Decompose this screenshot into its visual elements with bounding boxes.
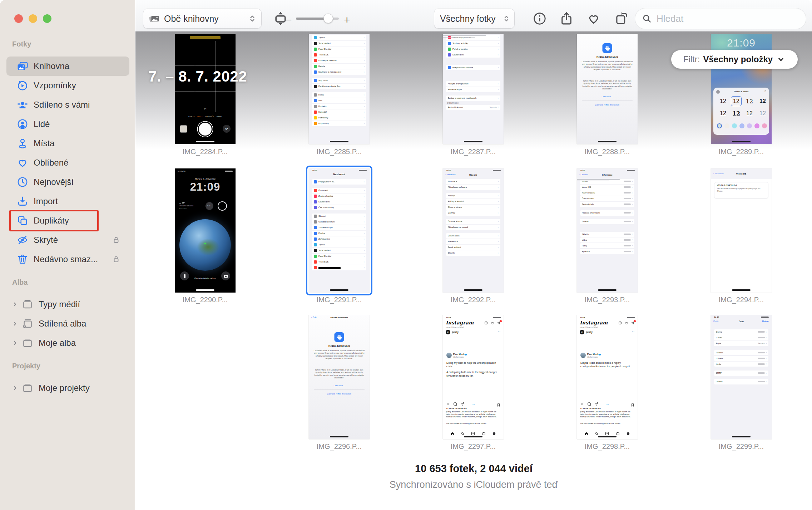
settings-row[interactable]: Kontakty s nákazou› bbox=[312, 265, 366, 270]
photo-thumbnail-IMG_2290[interactable]: Mobile Wičtvrtek 7. července21:09☁ 18°Př… bbox=[175, 168, 236, 293]
rotate-icon[interactable] bbox=[613, 10, 630, 27]
settings-row[interactable]: Datum a čas› bbox=[446, 233, 500, 239]
settings-row[interactable]: Siri a hledání› bbox=[312, 41, 366, 46]
view-dropdown[interactable]: Všechny fotky bbox=[434, 9, 515, 29]
settings-row[interactable]: Soukromí a zabezpečení› bbox=[312, 69, 366, 75]
font-sample[interactable]: 12 bbox=[757, 96, 768, 106]
camera-roll-thumbnail[interactable] bbox=[180, 125, 187, 133]
settings-row[interactable]: Analýza a vylepšování› bbox=[446, 81, 500, 87]
sidebar-item-typy-medii[interactable]: Typy médií bbox=[6, 295, 129, 314]
flashlight-button[interactable] bbox=[180, 271, 189, 280]
photo-thumbnail-IMG_2287[interactable]: Média a Apple Music›Soubory a složky›Poh… bbox=[443, 34, 504, 144]
settings-row[interactable]: Reklama Apple› bbox=[446, 87, 500, 92]
settings-row[interactable]: Slovník› bbox=[446, 250, 500, 256]
zoom-button[interactable] bbox=[43, 14, 51, 23]
font-sample[interactable]: 12 bbox=[718, 108, 728, 118]
search-input[interactable] bbox=[656, 13, 792, 25]
settings-row[interactable]: Čas u obrazovky› bbox=[312, 205, 366, 210]
settings-row[interactable]: Kontakty s nákazou› bbox=[312, 58, 366, 63]
settings-row[interactable]: Tapeta› bbox=[312, 35, 366, 40]
search-field[interactable] bbox=[635, 8, 806, 29]
settings-row[interactable]: Fotky› bbox=[580, 243, 634, 249]
color-swatch[interactable] bbox=[762, 123, 767, 128]
settings-row[interactable]: Jméno› bbox=[714, 329, 768, 335]
bookmark-icon[interactable] bbox=[497, 402, 500, 408]
settings-row[interactable]: Připomínky› bbox=[312, 121, 366, 126]
settings-row[interactable]: CarPlay› bbox=[446, 210, 500, 216]
library-dropdown[interactable]: Obě knihovny bbox=[143, 9, 262, 29]
sidebar-item-mista[interactable]: Místa bbox=[6, 134, 129, 153]
settings-row[interactable]: Aktualizace softwaru› bbox=[446, 185, 500, 190]
close-button[interactable] bbox=[14, 14, 23, 23]
camera-button[interactable] bbox=[221, 271, 230, 280]
zoom-in-button[interactable]: + bbox=[344, 14, 350, 26]
settings-row[interactable]: Verze iOS› bbox=[580, 185, 634, 190]
account-avatar[interactable]: P bbox=[446, 330, 450, 334]
photo-thumbnail-IMG_2288[interactable]: Režim blokováníLockdown Mode is an extre… bbox=[577, 34, 638, 144]
settings-row[interactable]: Aplikace› bbox=[580, 249, 634, 254]
settings-row[interactable]: Ovládací centrum› bbox=[312, 219, 366, 225]
color-swatch[interactable] bbox=[732, 123, 737, 128]
filter-button[interactable]: Filtr: Všechny položky bbox=[671, 50, 798, 69]
shutter-button[interactable] bbox=[199, 123, 212, 136]
info-icon[interactable] bbox=[531, 10, 548, 27]
photo-thumbnail-IMG_2297[interactable]: 11:08Instagramvčera · Zobrazit překladPp… bbox=[443, 315, 504, 439]
camera-mode-label[interactable]: FOTO bbox=[197, 116, 202, 118]
settings-row[interactable]: Zpráva o soukromí v aplikacích› bbox=[446, 95, 500, 101]
color-swatch[interactable] bbox=[739, 123, 744, 128]
font-sample[interactable]: 12 bbox=[744, 108, 755, 118]
settings-row[interactable]: Baterie› bbox=[580, 219, 634, 224]
settings-row[interactable]: Poznámky› bbox=[312, 115, 366, 121]
zoom-out-button[interactable]: − bbox=[286, 14, 292, 26]
settings-row[interactable]: Název modelu› bbox=[580, 190, 634, 196]
settings-row[interactable]: Soubory a složky› bbox=[446, 41, 500, 46]
sidebar-item-sdilena-alba[interactable]: Sdílená alba bbox=[6, 314, 129, 333]
settings-row[interactable]: Aktualizace na pozadí› bbox=[446, 225, 500, 230]
color-swatch[interactable] bbox=[717, 123, 722, 128]
settings-row[interactable]: Zvuky a haptika› bbox=[312, 193, 366, 199]
font-sample[interactable]: 12 bbox=[757, 108, 768, 118]
settings-row[interactable]: Siri a hledání› bbox=[312, 248, 366, 253]
photo-thumbnail-IMG_2293[interactable]: 21:09‹ ObecnéInformaceNázev›Verze iOS›Ná… bbox=[577, 168, 638, 293]
settings-row[interactable]: Heslo› bbox=[714, 362, 768, 367]
settings-row[interactable]: Připojování VPN...› bbox=[312, 179, 366, 185]
sidebar-item-skryte[interactable]: Skryté bbox=[6, 230, 129, 250]
settings-row[interactable]: Baterie› bbox=[312, 64, 366, 69]
flip-camera-button[interactable]: ⟳ bbox=[223, 125, 231, 133]
font-sample[interactable]: 12 bbox=[731, 108, 742, 118]
sidebar-item-moje-projekty[interactable]: Moje projekty bbox=[6, 378, 129, 398]
settings-row[interactable]: Zobrazení a jas› bbox=[312, 225, 366, 230]
sidebar-item-moje-alba[interactable]: Moje alba bbox=[6, 333, 129, 353]
settings-row[interactable]: Číslo modelu› bbox=[580, 196, 634, 201]
settings-row[interactable]: Platnost krytí vyprší› bbox=[580, 210, 634, 216]
settings-row[interactable]: Úložiště iPhone› bbox=[446, 219, 500, 224]
settings-row[interactable]: Mail› bbox=[312, 98, 366, 103]
sidebar-item-oblibene[interactable]: Oblíbené bbox=[6, 153, 129, 172]
photo-thumbnail-IMG_2285[interactable]: Tapeta›Siri a hledání›Face ID a kód›Tíse… bbox=[309, 34, 370, 144]
photo-thumbnail-IMG_2284[interactable]: 1×VIDEOFOTOPORTRÉTPANO⟳ bbox=[175, 34, 236, 144]
bookmark-icon[interactable] bbox=[631, 402, 634, 408]
font-sample[interactable]: 12 bbox=[731, 96, 742, 106]
share-icon[interactable] bbox=[558, 10, 575, 27]
photo-thumbnail-IMG_2298[interactable]: 11:08Instagramvčera · Zobrazit překladPp… bbox=[577, 315, 638, 439]
settings-row[interactable]: Hostitel› bbox=[714, 350, 768, 355]
minimize-button[interactable] bbox=[29, 14, 37, 23]
settings-row[interactable]: Zpřístupnění› bbox=[312, 236, 366, 242]
settings-row[interactable]: Jazyk a oblast› bbox=[446, 245, 500, 250]
sidebar-item-nejnovejsi[interactable]: Nejnovější bbox=[6, 172, 129, 192]
sidebar-item-sdileno-s-vami[interactable]: Sdíleno s vámi bbox=[6, 95, 129, 114]
photo-thumbnail-IMG_2292[interactable]: 21:09‹ NastaveníObecnéInformace›Aktualiz… bbox=[443, 168, 504, 293]
photo-thumbnail-IMG_2299[interactable]: 14:16ZrušitÚčetHotovoJméno›E-mail›PopisS… bbox=[711, 315, 772, 439]
photo-thumbnail-IMG_2296[interactable]: ‹ ZpětRežim blokováníRežim blokováníLock… bbox=[309, 315, 370, 439]
settings-row[interactable]: Tapeta› bbox=[312, 242, 366, 247]
settings-row[interactable]: Pohyb a kondice› bbox=[446, 46, 500, 52]
settings-row[interactable]: Kalendář› bbox=[312, 109, 366, 115]
zoom-slider-thumb[interactable] bbox=[323, 14, 333, 23]
sidebar-item-vzpominky[interactable]: Vzpomínky bbox=[6, 76, 129, 95]
settings-row[interactable]: Ostatní› bbox=[714, 379, 768, 384]
settings-row[interactable]: AirDrop› bbox=[446, 193, 500, 198]
settings-row[interactable]: Uživatel› bbox=[714, 356, 768, 361]
sidebar-item-duplikaty[interactable]: Duplikáty bbox=[6, 211, 129, 230]
font-sample[interactable]: 12 bbox=[744, 96, 755, 106]
settings-row[interactable]: E-mail› bbox=[714, 335, 768, 340]
